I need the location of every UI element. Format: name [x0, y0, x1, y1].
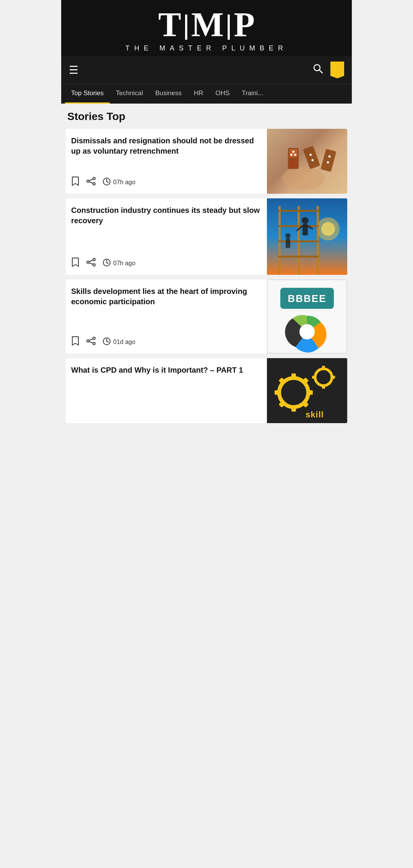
svg-text:skill: skill — [306, 410, 324, 419]
construction-illustration — [267, 198, 347, 275]
article-title[interactable]: Dismissals and resignation should not be… — [71, 136, 262, 171]
svg-point-59 — [299, 324, 315, 339]
svg-rect-46 — [286, 238, 290, 248]
share-icon[interactable] — [86, 337, 96, 347]
svg-line-5 — [89, 179, 93, 181]
article-meta: 07h ago — [71, 257, 262, 269]
article-image-skill[interactable]: skill — [267, 358, 347, 423]
svg-rect-64 — [291, 406, 296, 412]
time-label: 01d ago — [113, 339, 135, 346]
bookmark-icon[interactable] — [71, 257, 80, 269]
bbbee-illustration: BBBEE — [269, 280, 345, 353]
tab-technical[interactable]: Technical — [110, 84, 149, 104]
bookmark-icon[interactable] — [71, 176, 80, 188]
svg-rect-39 — [278, 240, 319, 242]
tab-hr[interactable]: HR — [188, 84, 210, 104]
tab-training[interactable]: Traini... — [236, 84, 269, 104]
svg-point-2 — [93, 177, 95, 180]
svg-line-51 — [89, 342, 93, 343]
svg-point-41 — [302, 217, 309, 224]
svg-rect-75 — [331, 376, 335, 379]
svg-point-24 — [87, 261, 89, 263]
svg-point-25 — [93, 264, 95, 266]
svg-point-72 — [319, 373, 328, 382]
article-meta: 01d ago — [71, 336, 262, 348]
logo-letter-t: T — [158, 8, 181, 42]
svg-point-62 — [286, 385, 301, 400]
article-image-bbbee[interactable]: BBBEE — [267, 279, 347, 354]
article-content: What is CPD and Why is it Important? – P… — [66, 358, 267, 423]
article-card: Dismissals and resignation should not be… — [66, 129, 347, 194]
skill-illustration: skill — [267, 358, 347, 423]
svg-rect-63 — [291, 373, 296, 380]
svg-point-16 — [294, 154, 296, 156]
bookmark-nav-icon[interactable] — [330, 62, 344, 78]
svg-line-30 — [107, 263, 108, 263]
tab-ohs[interactable]: OHS — [209, 84, 236, 104]
dismissal-illustration — [273, 129, 341, 194]
article-content: Construction industry continues its stea… — [66, 198, 267, 275]
article-title[interactable]: What is CPD and Why is it Important? – P… — [71, 365, 262, 412]
hamburger-icon[interactable]: ☰ — [69, 64, 78, 76]
nav-right-icons — [313, 62, 344, 78]
clock-icon — [102, 177, 111, 188]
article-card: Construction industry continues its stea… — [66, 198, 347, 275]
article-content: Skills development lies at the heart of … — [66, 279, 267, 354]
svg-line-26 — [89, 260, 93, 262]
time-label: 07h ago — [113, 179, 135, 186]
svg-rect-17 — [303, 146, 320, 169]
svg-point-23 — [93, 258, 95, 261]
share-icon[interactable] — [86, 177, 96, 188]
svg-line-6 — [89, 182, 93, 183]
section-label: Stories Top — [61, 104, 352, 126]
svg-rect-73 — [322, 366, 325, 370]
articles-list: Dismissals and resignation should not be… — [61, 126, 352, 428]
article-card: What is CPD and Why is it Important? – P… — [66, 358, 347, 423]
svg-point-15 — [290, 154, 293, 156]
clock-icon — [102, 258, 111, 269]
article-title[interactable]: Skills development lies at the heart of … — [71, 286, 262, 331]
search-icon[interactable] — [313, 63, 324, 77]
article-image-dismissal[interactable] — [267, 129, 347, 194]
svg-rect-13 — [289, 159, 298, 168]
svg-point-14 — [292, 151, 294, 153]
svg-point-45 — [285, 233, 291, 238]
article-time: 01d ago — [102, 337, 135, 347]
svg-rect-38 — [278, 225, 319, 227]
category-tabs: Top Stories Technical Business HR OHS Tr… — [61, 84, 352, 104]
svg-rect-42 — [302, 224, 308, 235]
svg-point-3 — [87, 180, 89, 182]
article-meta: 07h ago — [71, 176, 262, 188]
logo-tmp: T | M | P — [65, 8, 348, 42]
tab-top-stories[interactable]: Top Stories — [65, 84, 110, 104]
bookmark-icon[interactable] — [71, 336, 80, 348]
article-card: Skills development lies at the heart of … — [66, 279, 347, 354]
logo-divider-2: | — [225, 11, 232, 38]
article-time: 07h ago — [102, 258, 135, 269]
svg-rect-20 — [320, 149, 336, 172]
svg-rect-66 — [275, 390, 281, 395]
svg-rect-76 — [312, 376, 316, 379]
share-icon[interactable] — [86, 258, 96, 269]
nav-bar: ☰ — [61, 56, 352, 84]
tab-business[interactable]: Business — [149, 84, 188, 104]
svg-point-49 — [93, 342, 95, 345]
svg-point-47 — [93, 337, 95, 339]
logo-letter-m: M — [191, 8, 224, 42]
svg-line-1 — [319, 70, 322, 73]
svg-rect-37 — [278, 210, 319, 212]
svg-point-48 — [87, 340, 89, 342]
svg-line-27 — [89, 263, 93, 264]
svg-rect-12 — [289, 149, 298, 157]
article-content: Dismissals and resignation should not be… — [66, 129, 267, 194]
svg-rect-65 — [307, 390, 313, 395]
svg-text:BBBEE: BBBEE — [288, 293, 326, 304]
svg-point-4 — [93, 183, 95, 185]
article-image-construction[interactable] — [267, 198, 347, 275]
svg-rect-74 — [322, 385, 325, 389]
svg-line-9 — [107, 182, 108, 182]
article-title[interactable]: Construction industry continues its stea… — [71, 205, 262, 252]
svg-point-33 — [321, 222, 335, 236]
logo-divider-1: | — [183, 11, 190, 38]
svg-line-50 — [89, 339, 93, 341]
